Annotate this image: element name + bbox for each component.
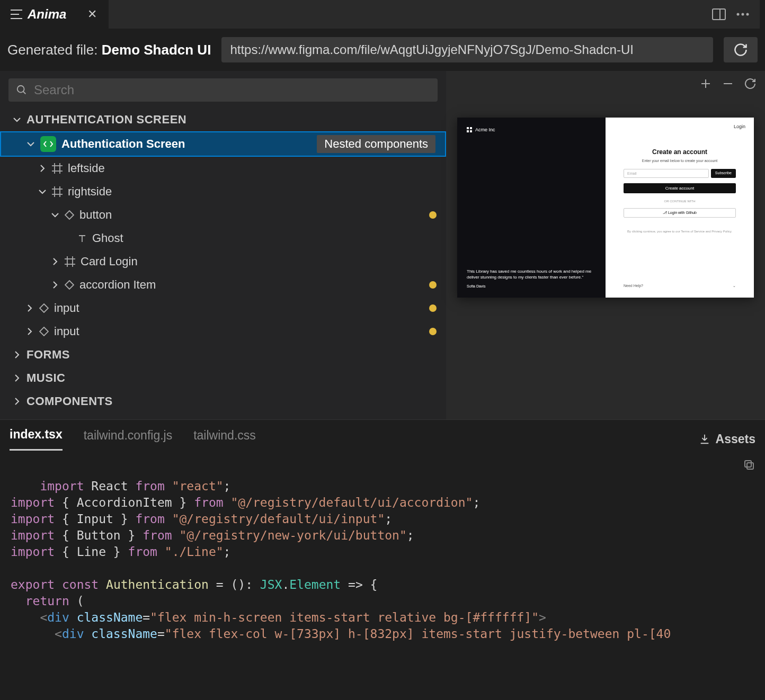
main-split: AUTHENTICATION SCREEN Authentication Scr… [0,71,765,419]
tree-item-card-login[interactable]: Card Login [0,250,446,273]
preview-terms: By clicking continue, you agree to our T… [627,229,732,234]
tree-frame-music[interactable]: MUSIC [0,366,446,390]
preview-title: Create an account [652,148,707,156]
svg-rect-22 [467,127,469,129]
svg-rect-24 [467,130,469,132]
tree-frame-components[interactable]: COMPONENTS [0,390,446,413]
preview-subscribe-btn: Subscribe [711,169,736,178]
preview-author: Sofia Davis [467,284,596,288]
search-input[interactable] [34,83,430,97]
status-dot [429,328,437,335]
text-icon [77,234,87,243]
app-tab[interactable]: Anima ✕ [5,0,106,29]
close-tab-icon[interactable]: ✕ [87,7,97,21]
more-icon[interactable] [736,13,749,16]
preview-brand: Acme Inc [467,127,596,132]
titlebar-actions [109,0,760,29]
figma-url-input[interactable] [221,37,713,62]
split-panel-icon[interactable] [712,8,726,20]
refresh-button[interactable] [724,37,758,62]
tab-tailwind-config[interactable]: tailwind.config.js [84,428,172,450]
code-tabs: index.tsx tailwind.config.js tailwind.cs… [0,420,765,451]
generated-file-label: Generated file: Demo Shadcn UI [7,42,211,58]
tree-item-auth-screen[interactable]: Authentication Screen Nested components [0,131,446,157]
tree-item-accordion[interactable]: accordion Item [0,273,446,297]
header-bar: Generated file: Demo Shadcn UI [0,29,765,71]
svg-line-6 [23,92,26,94]
frame-icon [52,163,63,174]
tree-item-input-1[interactable]: input [0,297,446,320]
instance-icon [39,303,49,313]
preview-toolbar [446,71,765,96]
svg-rect-26 [747,463,753,469]
svg-point-5 [17,86,24,93]
search-icon [16,84,28,96]
preview-help: Need Help?⌄ [624,284,736,288]
svg-rect-23 [470,127,472,129]
preview-panel: Acme Inc This Library has saved me count… [446,71,765,419]
preview-quote: This Library has saved me countless hour… [467,268,596,280]
frame-icon [52,186,63,197]
svg-point-2 [737,13,740,16]
zoom-in-icon[interactable] [699,77,712,90]
tab-index-tsx[interactable]: index.tsx [10,427,63,451]
app-name: Anima [28,7,66,22]
preview-create-btn: Create account [624,183,736,193]
frame-icon [65,256,75,267]
svg-rect-0 [713,9,725,20]
instance-icon [39,327,49,336]
svg-point-4 [746,13,749,16]
tree-item-rightside[interactable]: rightside [0,180,446,203]
preview-email-input: Email [624,169,709,178]
copy-icon[interactable] [743,459,755,475]
zoom-out-icon[interactable] [722,77,734,90]
sidebar-panel: AUTHENTICATION SCREEN Authentication Scr… [0,71,446,419]
preview-github-btn: ⎇ Login with Github [624,208,736,218]
instance-icon [65,280,74,290]
tree-frame-auth[interactable]: AUTHENTICATION SCREEN [0,108,446,131]
tab-tailwind-css[interactable]: tailwind.css [193,428,256,450]
reset-zoom-icon[interactable] [744,77,757,90]
instance-icon [65,210,74,220]
svg-rect-27 [745,461,751,467]
title-bar: Anima ✕ [0,0,765,29]
svg-rect-25 [470,130,472,132]
status-dot [429,304,437,312]
code-editor[interactable]: import React from "react"; import { Acco… [0,451,765,700]
tree-frame-forms[interactable]: FORMS [0,343,446,366]
tree-item-leftside[interactable]: leftside [0,157,446,180]
nested-components-badge: Nested components [317,135,435,153]
tree-item-input-2[interactable]: input [0,320,446,343]
layer-tree: AUTHENTICATION SCREEN Authentication Scr… [0,108,446,419]
component-icon [40,136,56,152]
preview-login-link: Login [734,124,745,129]
preview-or: OR CONTINUE WITH [664,200,696,203]
tree-item-button[interactable]: button [0,203,446,227]
preview-canvas[interactable]: Acme Inc This Library has saved me count… [446,96,765,419]
menu-icon [11,10,22,19]
search-field[interactable] [8,78,438,102]
preview-frame: Acme Inc This Library has saved me count… [457,118,754,298]
status-dot [429,281,437,289]
preview-subtitle: Enter your email below to create your ac… [642,159,717,163]
download-icon [699,433,710,445]
svg-point-3 [742,13,744,16]
tree-item-ghost[interactable]: Ghost [0,227,446,250]
code-panel: index.tsx tailwind.config.js tailwind.cs… [0,419,765,700]
assets-button[interactable]: Assets [699,432,755,446]
status-dot [429,211,437,219]
